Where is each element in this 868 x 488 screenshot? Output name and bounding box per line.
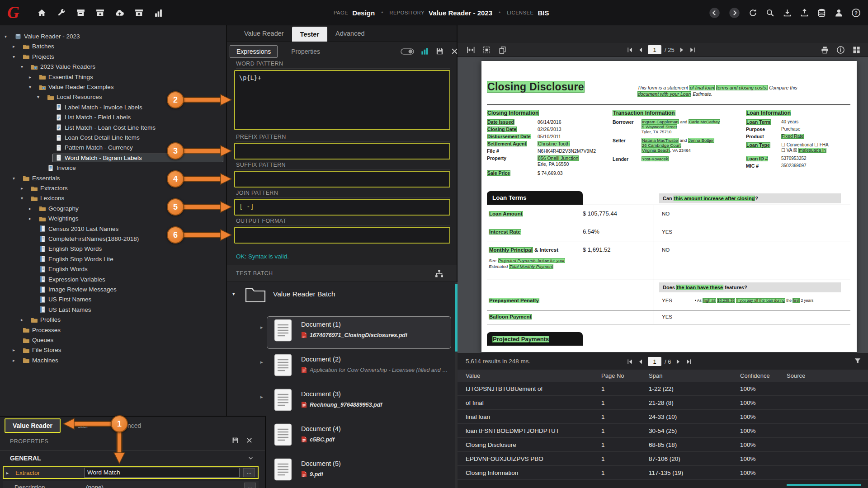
tree-node-projects[interactable]: ▾Projects — [13, 52, 223, 61]
archive-down-icon[interactable] — [95, 8, 105, 18]
prev-icon[interactable] — [637, 46, 645, 54]
tab-advanced[interactable]: Advanced — [327, 25, 373, 42]
chevron-right-icon[interactable]: ▸ — [260, 324, 263, 330]
tab-fragment[interactable]: ster — [78, 422, 88, 429]
chevron-right-icon[interactable]: ▸ — [29, 206, 36, 211]
tree-node-pattern-match-currency[interactable]: Pattern Match - Currency — [45, 143, 223, 152]
chevron-down-icon[interactable]: ▾ — [21, 64, 28, 69]
stats-icon[interactable] — [420, 47, 429, 56]
tree-node-machines[interactable]: ▸Machines — [13, 356, 223, 365]
chevron-down-icon[interactable]: ▾ — [29, 84, 36, 89]
chevron-down-icon[interactable] — [247, 455, 254, 461]
tree-node-extractors[interactable]: ▸Extractors — [21, 183, 223, 193]
search-icon[interactable] — [765, 8, 775, 18]
tree-node-processes[interactable]: Processes — [13, 325, 223, 335]
property-row-extractor[interactable]: ▸ExtractorWord Match... — [3, 466, 259, 479]
tree-node-local-resources[interactable]: ▾Local Resources — [37, 92, 223, 102]
help-icon[interactable]: ? — [851, 8, 861, 18]
info-icon[interactable] — [836, 46, 845, 54]
chevron-down-icon[interactable]: ▾ — [13, 176, 20, 181]
property-value[interactable]: (none) — [83, 484, 244, 488]
property-value[interactable]: Word Match — [84, 468, 240, 478]
column-header-span[interactable]: Span — [649, 372, 740, 379]
chevron-right-icon[interactable]: ▸ — [29, 75, 36, 80]
tree-node-file-stores[interactable]: ▸File Stores — [13, 345, 223, 355]
next-icon[interactable] — [678, 46, 685, 54]
last-icon[interactable] — [685, 358, 693, 366]
tree-node-english-stop-words[interactable]: English Stop Words — [29, 244, 223, 253]
tree-node-loan-cost-detail-line-items[interactable]: Loan Cost Detail Line Items — [45, 133, 223, 142]
sitemap-icon[interactable] — [434, 269, 444, 278]
tree-node-essentials[interactable]: ▾Essentials — [13, 174, 223, 183]
fit-width-icon[interactable] — [467, 46, 475, 54]
tree-node-list-match-field-labels[interactable]: List Match - Field Labels — [45, 113, 223, 122]
print-icon[interactable] — [821, 46, 829, 54]
column-header-page-no[interactable]: Page No — [601, 372, 649, 379]
doc-big-icon[interactable] — [274, 389, 292, 411]
document-title[interactable]: Document (2) — [301, 356, 341, 363]
tree-node-completefirstnames-1880-2018[interactable]: CompleteFirstNames(1880-2018) — [29, 234, 223, 244]
refresh-icon[interactable] — [748, 8, 758, 18]
wrench-icon[interactable] — [57, 8, 66, 18]
tree-node-essential-things[interactable]: ▸Essential Things — [29, 72, 223, 82]
document-title[interactable]: Document (1) — [301, 321, 341, 328]
tree-node-invoice[interactable]: Invoice — [37, 163, 223, 173]
tree-node-expression-variables[interactable]: Expression Variables — [29, 275, 223, 284]
results-row[interactable]: IJTGPSNJTBTUBUement of11-22 (22)100% — [458, 382, 868, 396]
results-row[interactable]: EPDVNFOUXJUIZPVS PBO187-106 (20)100% — [458, 452, 868, 466]
doc-big-icon[interactable] — [274, 423, 292, 446]
doc-big-icon[interactable] — [274, 319, 292, 342]
tree-node-image-review-messages[interactable]: Image Review Messages — [29, 285, 223, 294]
save-icon[interactable] — [231, 436, 239, 444]
tree-node-english-words[interactable]: English Words — [29, 264, 223, 274]
chevron-down-icon[interactable]: ▾ — [232, 291, 235, 297]
user-icon[interactable] — [834, 8, 844, 18]
tree-node-value-reader-examples[interactable]: ▾Value Reader Examples — [29, 82, 223, 92]
results-row[interactable]: of final121-28 (8)100% — [458, 396, 868, 410]
column-header-source[interactable]: Source — [787, 372, 868, 379]
repository-value[interactable]: Value Reader - 2023 — [429, 9, 492, 17]
batch-folder-label[interactable]: Value Reader Batch — [273, 290, 335, 298]
copy-icon[interactable] — [498, 46, 507, 54]
tree-node-geography[interactable]: ▸Geography — [29, 204, 223, 213]
grooper-logo[interactable]: G — [7, 3, 19, 23]
doc-big-icon[interactable] — [274, 458, 292, 481]
nav-fwd-icon[interactable] — [728, 7, 741, 19]
chevron-right-icon[interactable]: ▸ — [13, 44, 20, 49]
archive-icon[interactable] — [76, 8, 85, 18]
tree-node-batches[interactable]: ▸Batches — [13, 42, 223, 51]
first-icon[interactable] — [626, 46, 634, 54]
horizontal-scrollbar-thumb[interactable] — [787, 484, 861, 486]
save-icon[interactable] — [435, 47, 444, 56]
chevron-down-icon[interactable]: ▾ — [13, 54, 20, 59]
archive-gear-icon[interactable] — [134, 8, 144, 18]
results-row[interactable]: Closing Disclosure168-85 (18)100% — [458, 438, 868, 452]
column-header-value[interactable]: Value — [458, 372, 601, 379]
chevron-right-icon[interactable]: ▸ — [13, 347, 20, 352]
document-page[interactable]: Closing DisclosureThis form is a stateme… — [481, 61, 857, 352]
batch-structure-icon[interactable] — [434, 269, 444, 278]
chevron-right-icon[interactable]: ▸ — [260, 394, 263, 400]
bar-chart-icon[interactable] — [154, 8, 163, 18]
first-icon[interactable] — [626, 358, 634, 366]
tree-node-queues[interactable]: Queues — [13, 335, 223, 345]
tree-node-census-2010-last-names[interactable]: Census 2010 Last Names — [29, 224, 223, 234]
viewer-page-input[interactable]: 1 — [648, 45, 661, 54]
page-margins-icon[interactable] — [482, 46, 491, 54]
chevron-right-icon[interactable]: ▸ — [29, 216, 36, 221]
tree-node-profiles[interactable]: ▸Profiles — [21, 315, 223, 324]
output-format-input[interactable] — [234, 227, 450, 244]
results-page-input[interactable]: 1 — [648, 357, 661, 366]
expander-icon[interactable]: ▸ — [4, 470, 13, 475]
document-title[interactable]: Document (4) — [301, 425, 341, 432]
property-row-description[interactable]: Description(none)... — [3, 481, 259, 488]
download-icon[interactable] — [783, 8, 792, 18]
results-row[interactable]: Closing Information1117-135 (19)100% — [458, 466, 868, 480]
tab-fragment[interactable]: nced — [127, 422, 141, 429]
join-pattern-input[interactable]: [ -] — [234, 199, 450, 216]
nav-back-icon[interactable] — [708, 7, 721, 19]
tree-node-label-match-invoice-labels[interactable]: Label Match - Invoice Labels — [45, 103, 223, 112]
chevron-down-icon[interactable]: ▾ — [37, 94, 44, 99]
tree-node-weightings[interactable]: ▸Weightings — [29, 214, 223, 223]
tab-value-reader[interactable]: Value Reader — [5, 418, 61, 433]
